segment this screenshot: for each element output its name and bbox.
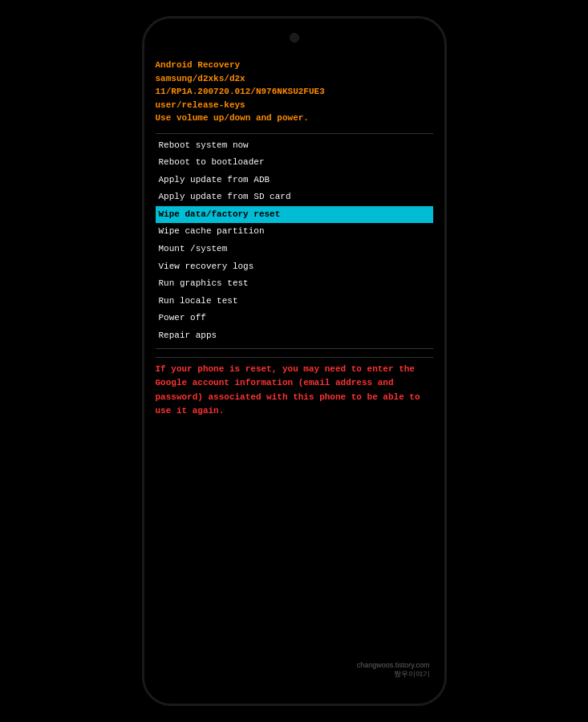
warning-section: If your phone is reset, you may need to … [156,357,433,419]
menu-item-9[interactable]: Run locale test [156,293,433,310]
header-line1: Android Recovery [156,59,433,72]
menu-item-0[interactable]: Reboot system now [156,137,433,155]
top-divider [156,133,433,134]
header-line2: samsung/d2xks/d2x [156,72,433,86]
volume-up-button[interactable] [142,131,144,159]
header-line3: 11/RP1A.200720.012/N976NKSU2FUE3 [156,85,433,99]
power-button[interactable] [445,147,447,187]
menu-item-6[interactable]: Mount /system [156,241,433,258]
menu-item-1[interactable]: Reboot to bootloader [156,154,433,172]
menu-item-7[interactable]: View recovery logs [156,258,433,276]
menu-item-3[interactable]: Apply update from SD card [156,189,433,206]
menu-item-5[interactable]: Wipe cache partition [156,223,433,241]
header-section: Android Recovery samsung/d2xks/d2x 11/RP… [156,59,433,125]
bottom-divider [156,348,433,349]
volume-down-button[interactable] [142,167,144,195]
menu-item-8[interactable]: Run graphics test [156,275,433,293]
menu-item-11[interactable]: Repair apps [156,327,433,345]
menu-item-2[interactable]: Apply update from ADB [156,172,433,189]
front-camera [290,33,299,43]
watermark-line2: 짱우이야기 [357,669,430,679]
menu-item-10[interactable]: Power off [156,310,433,327]
watermark: changwoos.tistory.com 짱우이야기 [357,661,430,679]
header-line4: user/release-keys [156,99,433,112]
menu-item-4[interactable]: Wipe data/factory reset [156,206,433,224]
phone-frame: Android Recovery samsung/d2xks/d2x 11/RP… [142,16,447,706]
header-line5: Use volume up/down and power. [156,112,433,125]
menu-section: Reboot system nowReboot to bootloaderApp… [156,137,433,345]
warning-text: If your phone is reset, you may need to … [156,363,433,419]
watermark-line1: changwoos.tistory.com [357,661,430,669]
recovery-screen: Android Recovery samsung/d2xks/d2x 11/RP… [144,18,444,704]
